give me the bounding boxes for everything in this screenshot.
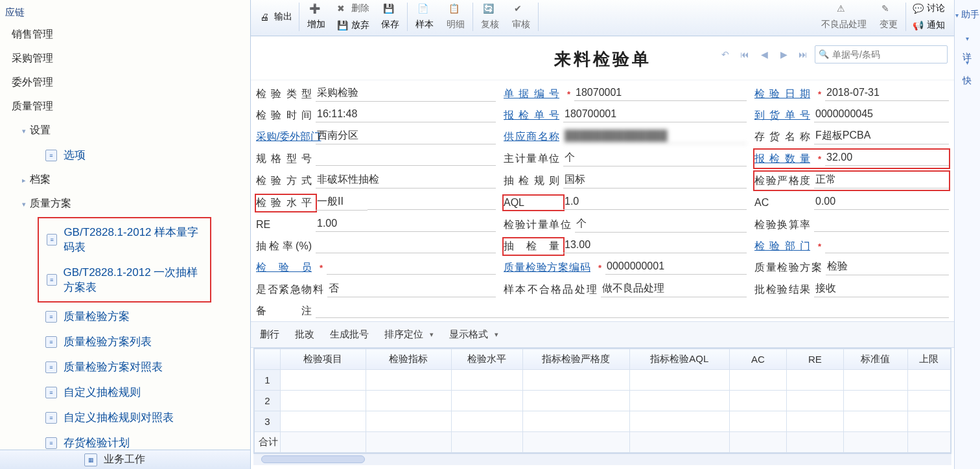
val-doc-no[interactable]: 18070001	[574, 87, 747, 101]
lbl-supplier[interactable]: 供应商名称	[504, 130, 563, 144]
lbl-arrive-no[interactable]: 到货单号	[754, 109, 814, 122]
col-rownum[interactable]	[255, 349, 281, 370]
detail-button[interactable]: 📋明细	[440, 0, 471, 34]
nav-custom-rule[interactable]: ≡自定义抽检规则	[0, 380, 250, 405]
output-button[interactable]: 🖨输出	[255, 8, 298, 25]
delete-button[interactable]: ✖删除	[332, 0, 375, 17]
val-spec[interactable]	[316, 152, 496, 166]
nav-archive[interactable]: 档案	[0, 168, 250, 192]
lbl-plan-code[interactable]: 质量检验方案编码	[504, 261, 594, 275]
search-input[interactable]	[815, 45, 948, 63]
val-supplier[interactable]: ██████████████	[563, 130, 747, 144]
dock-tab-a[interactable]: 详	[961, 31, 975, 49]
val-aql[interactable]: 1.0	[563, 196, 602, 210]
val-main-unit[interactable]: 个	[563, 151, 747, 166]
val-inspector[interactable]	[327, 260, 496, 275]
nav-stock-inspect-plan[interactable]: ≡存货检验计划	[0, 430, 250, 450]
lbl-inspect-date[interactable]: 检验日期	[754, 87, 814, 101]
nav-outsource[interactable]: 委外管理	[0, 71, 250, 95]
val-plan-code[interactable]: 0000000001	[605, 260, 747, 275]
val-batch-result[interactable]: 接收	[814, 282, 949, 297]
nav-gb-sampling-plan[interactable]: ≡GB/T2828.1-2012 一次抽样方案表	[39, 260, 210, 300]
lbl-inspector[interactable]: 检验员	[256, 261, 316, 275]
val-report-no[interactable]: 180700001	[563, 108, 747, 122]
col-strict[interactable]: 指标检验严格度	[522, 349, 629, 370]
sortpos-button[interactable]: 排序定位	[384, 328, 434, 341]
col-upper[interactable]: 上限	[907, 349, 950, 370]
val-inspect-time[interactable]: 16:11:48	[316, 108, 496, 122]
col-item[interactable]: 检验项目	[280, 349, 366, 370]
nav-qc-plan-compare[interactable]: ≡质量检验方案对照表	[0, 354, 250, 380]
val-inspect-mode[interactable]: 非破坏性抽检	[316, 173, 496, 189]
lbl-doc-no[interactable]: 单据编号	[504, 87, 563, 101]
nav-sales[interactable]: 销售管理	[0, 23, 250, 47]
val-sample-rule[interactable]: 国标	[563, 173, 747, 189]
val-sample-fail[interactable]: 做不良品处理	[601, 282, 747, 297]
dock-tab-b[interactable]: 快	[961, 55, 975, 73]
val-re[interactable]: 1.00	[316, 218, 496, 232]
first-button[interactable]: ⏮	[737, 47, 752, 62]
nav-root[interactable]: 应链	[0, 3, 250, 23]
next-button[interactable]: ▶	[776, 47, 791, 62]
lbl-dept[interactable]: 采购/委外部门	[256, 130, 316, 144]
helper-tab[interactable]: 助手	[954, 5, 980, 25]
val-inspect-type[interactable]: 采购检验	[316, 86, 496, 102]
audit-button[interactable]: ✔审核	[506, 0, 537, 34]
table-row[interactable]: 2	[255, 391, 951, 411]
nav-purchase[interactable]: 采购管理	[0, 47, 250, 71]
val-remark[interactable]	[316, 304, 949, 318]
lbl-report-no[interactable]: 报检单号	[504, 109, 563, 122]
notify-button[interactable]: 📢通知	[907, 17, 950, 34]
val-inspect-date[interactable]: 2018-07-31	[825, 87, 949, 101]
recheck-button[interactable]: 🔄复核	[474, 0, 506, 34]
table-row[interactable]: 1	[255, 370, 951, 391]
genbatch-button[interactable]: 生成批号	[330, 328, 369, 341]
add-button[interactable]: ➕增加	[301, 0, 332, 34]
col-re[interactable]: RE	[786, 349, 843, 370]
nav-qc-plan[interactable]: ≡质量检验方案	[0, 304, 250, 329]
val-sample-qty[interactable]: 13.00	[563, 239, 615, 253]
discuss-button[interactable]: 💬讨论	[907, 0, 950, 17]
val-plan-name[interactable]: 检验	[826, 260, 949, 275]
save-button[interactable]: 💾保存	[375, 0, 406, 34]
batch-button[interactable]: 批改	[295, 328, 314, 341]
sidebar-footer[interactable]: ▦业务工作	[0, 450, 250, 469]
scroll-thumb[interactable]	[261, 455, 365, 463]
val-inspect-unit[interactable]: 个	[575, 217, 747, 233]
val-urgent[interactable]: 否	[327, 282, 496, 297]
table-row[interactable]: 3	[255, 411, 951, 432]
nav-custom-rule-compare[interactable]: ≡自定义抽检规则对照表	[0, 405, 250, 430]
col-ac[interactable]: AC	[729, 349, 786, 370]
nav-gb-sample-code[interactable]: ≡GB/T2828.1-2012 样本量字码表	[39, 220, 210, 260]
val-convert[interactable]	[814, 218, 949, 232]
val-arrive-no[interactable]: 0000000045	[814, 108, 949, 122]
last-button[interactable]: ⏭	[795, 47, 811, 62]
col-aql[interactable]: 指标检验AQL	[629, 349, 729, 370]
dispfmt-button[interactable]: 显示格式	[449, 328, 498, 341]
lbl-report-qty[interactable]: 报检数量	[754, 152, 814, 166]
nav-qc-plan-list[interactable]: ≡质量检验方案列表	[0, 329, 250, 354]
val-inspect-dept[interactable]	[825, 239, 949, 253]
val-dept[interactable]: 西南分区	[316, 129, 496, 144]
val-stock-name[interactable]: F超板PCBA	[814, 129, 949, 144]
col-level[interactable]: 检验水平	[451, 349, 522, 370]
col-indicator[interactable]: 检验指标	[366, 349, 451, 370]
val-strict[interactable]: 正常	[814, 173, 949, 189]
undo-button[interactable]: ↶	[718, 47, 733, 62]
prev-button[interactable]: ◀	[756, 47, 772, 62]
lbl-inspect-dept[interactable]: 检验部门	[754, 240, 814, 253]
nav-settings[interactable]: 设置	[0, 119, 250, 143]
delrow-button[interactable]: 删行	[260, 328, 279, 341]
abandon-button[interactable]: 💾放弃	[332, 17, 375, 34]
val-sample-rate[interactable]	[316, 239, 496, 253]
val-ac[interactable]: 0.00	[814, 196, 949, 210]
horizontal-scrollbar[interactable]	[253, 453, 951, 465]
defect-button[interactable]: ⚠不良品处理	[815, 0, 873, 34]
change-button[interactable]: ✎变更	[873, 0, 904, 34]
sample-button[interactable]: 📄样本	[409, 0, 440, 34]
nav-quality[interactable]: 质量管理	[0, 95, 250, 119]
col-std[interactable]: 标准值	[843, 349, 907, 370]
nav-options[interactable]: ≡选项	[0, 143, 250, 168]
val-report-qty[interactable]: 32.00	[825, 152, 949, 166]
nav-quality-plan[interactable]: 质量方案	[0, 192, 250, 216]
